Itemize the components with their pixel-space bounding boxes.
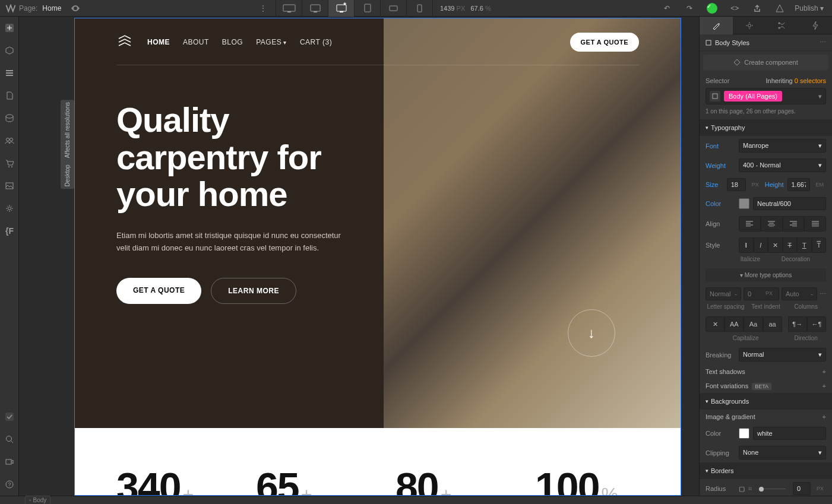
preview-icon[interactable]: [71, 5, 80, 12]
topbar-right: ↶ ↷ ✓ <> Publish ▾: [656, 0, 832, 17]
breakpoint-tablet[interactable]: [355, 0, 381, 17]
logo-icon[interactable]: [5, 2, 17, 14]
breakpoint-desktop-base[interactable]: ★: [328, 0, 355, 17]
svg-rect-1: [287, 11, 291, 12]
page-label: Page:: [19, 4, 37, 12]
code-export-icon[interactable]: <>: [723, 0, 746, 17]
svg-rect-0: [283, 5, 295, 11]
breakpoint-mobile-landscape[interactable]: [381, 0, 407, 17]
canvas-width[interactable]: 1439: [440, 5, 454, 12]
topbar-center: ⋮ ★ 1439 PX 67.6 %: [85, 0, 656, 17]
canvas-zoom: 67.6: [470, 5, 483, 12]
width-unit: PX: [457, 5, 466, 12]
publish-label: Publish: [795, 4, 818, 12]
more-breakpoints-icon[interactable]: ⋮: [250, 0, 276, 17]
undo-button[interactable]: ↶: [656, 0, 678, 17]
svg-rect-5: [340, 11, 343, 12]
svg-rect-6: [365, 4, 371, 12]
canvas-dimensions: 1439 PX 67.6 %: [440, 5, 491, 12]
svg-rect-7: [390, 6, 397, 11]
breakpoint-desktop-lg[interactable]: [302, 0, 328, 17]
status-ok-icon[interactable]: ✓: [701, 0, 723, 17]
svg-rect-8: [417, 5, 422, 12]
topbar-left: Page: Home: [0, 2, 85, 14]
svg-rect-2: [311, 5, 320, 11]
redo-button[interactable]: ↷: [678, 0, 701, 17]
breakpoint-desktop-xl[interactable]: [276, 0, 302, 17]
top-bar: Page: Home ⋮ ★ 1439 PX 67.6 % ↶ ↷ ✓ <> P…: [0, 0, 832, 17]
publish-button[interactable]: Publish ▾: [791, 4, 827, 12]
page-name[interactable]: Home: [42, 4, 61, 12]
svg-rect-3: [314, 11, 317, 12]
audit-icon[interactable]: [768, 0, 791, 17]
zoom-unit: %: [485, 5, 491, 12]
share-icon[interactable]: [746, 0, 768, 17]
breakpoint-mobile-portrait[interactable]: [407, 0, 433, 17]
